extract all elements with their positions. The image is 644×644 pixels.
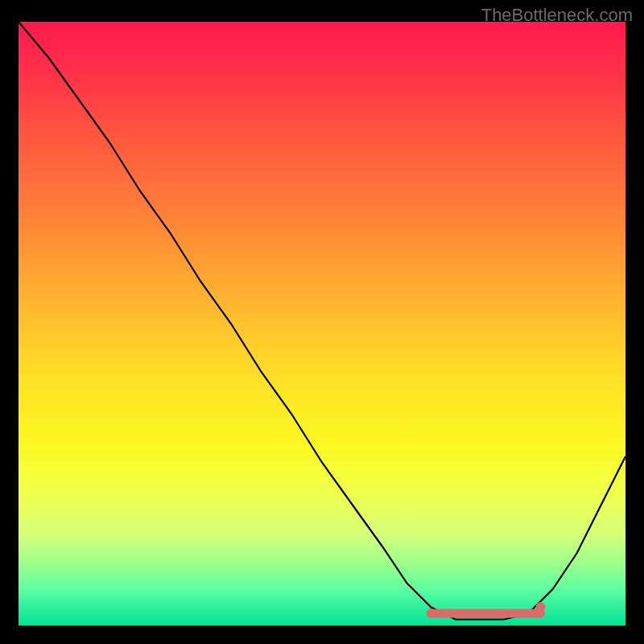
watermark-text: TheBottleneck.com xyxy=(481,5,633,26)
chart-container: TheBottleneck.com xyxy=(0,0,644,644)
plot-area xyxy=(19,22,625,625)
optimal-range-dot-left xyxy=(427,609,436,618)
optimal-range-dot-right xyxy=(535,602,545,612)
bottleneck-curve xyxy=(19,22,625,620)
bottleneck-curve-svg xyxy=(19,22,625,625)
